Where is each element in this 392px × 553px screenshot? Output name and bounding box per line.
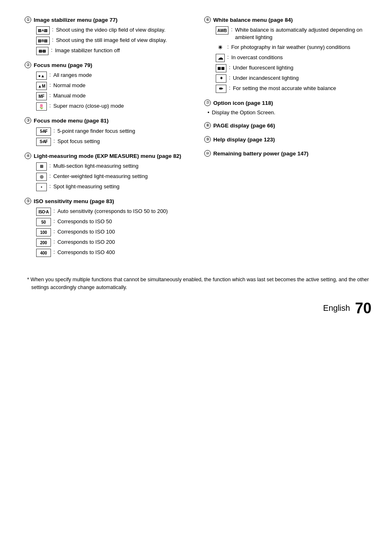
section-title-1: Image stabilizer menu (page 77) [34,16,118,24]
section-image-stabilizer: ① Image stabilizer menu (page 77) ▤A▤ : … [25,16,192,55]
list-item: 50 : Corresponds to ISO 50 [36,218,192,226]
icon-cloud: ☁ [216,54,225,62]
icon-camera-a: ▤A▤ [36,26,50,35]
icon-iso-100: 100 [36,228,51,236]
section-num-10: ⑩ [204,150,211,157]
icon-iso-200: 200 [36,238,51,247]
section-2-items: ●▲ : All ranges mode ▲M : Normal mode MF… [25,72,192,111]
list-item: ISO·A : Auto sensitivity (corresponds to… [36,208,192,216]
icon-stab-off: ▤▤ [36,47,48,55]
list-item: ▲M : Normal mode [36,82,192,90]
list-item: 200 : Corresponds to ISO 200 [36,238,192,247]
list-item: 100 : Corresponds to ISO 100 [36,228,192,236]
list-item: ▤A▤ : Shoot using the video clip field o… [36,26,192,35]
left-column: ① Image stabilizer menu (page 77) ▤A▤ : … [25,16,192,264]
list-item: 400 : Corresponds to ISO 400 [36,249,192,257]
icon-iso-50: 50 [36,218,51,226]
footer-page-number: 70 [355,300,371,317]
icon-awb: AWB [216,26,228,35]
icon-center: ◎ [36,173,47,181]
section-num-6: ⑥ [204,16,211,23]
list-item: ▦▦ : Under fluorescent lighting [216,64,371,72]
item-text: For photography in fair weather (sunny) … [231,44,371,51]
icon-spot: ▪ [36,183,47,191]
section-title-10: Remaining battery power (page 147) [213,150,309,157]
item-text: 5-point range finder focus setting [58,127,192,135]
item-text: Auto sensitivity (corresponds to ISO 50 … [58,208,192,215]
section-white-balance: ⑥ White balance menu (page 84) AWB : Whi… [204,16,371,93]
item-text: Under fluorescent lighting [233,64,371,72]
item-text: Normal mode [53,82,192,89]
item-text: Multi-section light-measuring setting [53,162,192,170]
footnote: * When you specify multiple functions th… [25,276,371,292]
item-text: Shoot using the still image field of vie… [56,37,192,44]
section-num-1: ① [25,16,31,23]
list-item: ▤B▤ : Shoot using the still image field … [36,37,192,45]
section-7-bullet: Display the Option Screen. [208,109,371,116]
item-text: Spot light-measuring setting [53,183,192,190]
section-help-display: ⑨ Help display (page 123) [204,136,371,143]
right-column: ⑥ White balance menu (page 84) AWB : Whi… [204,16,371,264]
section-iso: ⑤ ISO sensitivity menu (page 83) ISO·A :… [25,198,192,257]
section-light-measuring: ④ Light-measuring mode (EXP MEASURE) men… [25,153,192,191]
item-text: White balance is automatically adjusted … [235,26,371,41]
section-num-5: ⑤ [25,198,31,204]
section-focus-menu: ② Focus menu (page 79) ●▲ : All ranges m… [25,62,192,111]
item-text: Corresponds to ISO 200 [58,238,192,246]
list-item: ▪ : Spot light-measuring setting [36,183,192,191]
icon-incand: ✦ [216,74,226,83]
icon-saf: S·AF [36,138,51,146]
section-title-9: Help display (page 123) [213,136,275,143]
icon-mf: MF [36,92,47,100]
list-item: ☁ : In overcast conditions [216,54,371,62]
section-title-8: PAGE display (page 66) [213,122,275,130]
list-item: ●▲ : All ranges mode [36,72,192,80]
icon-iso-a: ISO·A [36,208,51,216]
section-battery: ⑩ Remaining battery power (page 147) [204,150,371,157]
section-title-4: Light-measuring mode (EXP MEASURE) menu … [34,153,181,160]
section-6-items: AWB : White balance is automatically adj… [204,26,371,93]
icon-fluor: ▦▦ [216,64,226,72]
item-text: Corresponds to ISO 50 [58,218,192,225]
section-title-7: Option icon (page 118) [213,99,273,107]
item-text: Corresponds to ISO 400 [58,249,192,256]
page-content: ① Image stabilizer menu (page 77) ▤A▤ : … [25,16,371,264]
list-item: 5·AF : 5-point range finder focus settin… [36,127,192,136]
section-4-items: ⊞ : Multi-section light-measuring settin… [25,162,192,191]
section-num-4: ④ [25,153,31,159]
item-text: For setting the most accurate white bala… [233,85,371,92]
footnote-text: * When you specify multiple functions th… [27,277,369,290]
item-text: Corresponds to ISO 100 [58,228,192,236]
page-footer: English 70 [25,300,371,317]
list-item: AWB : White balance is automatically adj… [216,26,371,41]
item-text: Under incandescent lighting [233,74,371,82]
icon-macro: 🌷 [36,102,47,111]
section-num-7: ⑦ [204,99,211,106]
section-title-2: Focus menu (page 79) [34,62,92,69]
item-text: Manual mode [53,92,192,99]
section-focus-mode: ③ Focus mode menu (page 81) 5·AF : 5-poi… [25,117,192,146]
bullet-text: Display the Option Screen. [212,109,276,116]
item-text: Super macro (close-up) mode [53,102,192,110]
icon-multi: ⊞ [36,162,47,171]
section-3-items: 5·AF : 5-point range finder focus settin… [25,127,192,146]
icon-sunny: ☀ [216,44,225,52]
list-item: ⊞ : Multi-section light-measuring settin… [36,162,192,171]
list-item: 🌷 : Super macro (close-up) mode [36,102,192,111]
section-1-items: ▤A▤ : Shoot using the video clip field o… [25,26,192,55]
icon-camera-b: ▤B▤ [36,37,50,45]
item-text: Image stabilizer function off [55,47,192,54]
list-item: ✏ : For setting the most accurate white … [216,85,371,93]
section-5-items: ISO·A : Auto sensitivity (corresponds to… [25,208,192,257]
section-option-icon: ⑦ Option icon (page 118) Display the Opt… [204,99,371,116]
icon-normal-mode: ▲M [36,82,47,90]
item-text: All ranges mode [53,72,192,79]
section-page-display: ⑧ PAGE display (page 66) [204,122,371,130]
item-text: Spot focus setting [58,138,192,145]
icon-all-ranges: ●▲ [36,72,47,80]
item-text: Center-weighted light-measuring setting [53,173,192,180]
section-num-2: ② [25,62,31,68]
icon-pencil: ✏ [216,85,226,93]
section-num-8: ⑧ [204,122,211,129]
list-item: ☀ : For photography in fair weather (sun… [216,44,371,52]
